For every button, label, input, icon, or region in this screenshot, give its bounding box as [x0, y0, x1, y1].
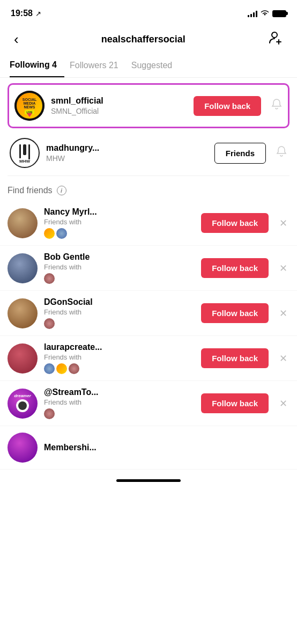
status-bar: 19:58 ↗ — [0, 0, 297, 24]
avatar-nancy — [8, 208, 38, 238]
stream-follow-back-button[interactable]: Follow back — [201, 393, 269, 413]
add-user-button[interactable] — [264, 28, 287, 50]
smnl-user-info: smnl_official SMNL_Official — [51, 96, 187, 115]
laura-name: laurapcreate... — [44, 342, 195, 352]
page-header: ‹ nealschaffersocial — [0, 24, 297, 56]
laura-info: laurapcreate... Friends with — [44, 342, 195, 374]
madhungry-bell-icon[interactable] — [276, 145, 287, 160]
dgon-info: DGonSocial Friends with — [44, 297, 195, 329]
home-indicator-area — [0, 470, 297, 489]
madhungry-username: madhungry... — [46, 143, 208, 153]
nancy-info: Nancy Myrl... Friends with — [44, 207, 195, 239]
info-icon[interactable]: i — [57, 186, 66, 195]
status-icons — [248, 9, 286, 18]
stream-name: @StreamTo... — [44, 387, 195, 397]
laura-mini-avatar-3 — [69, 363, 79, 374]
following-item-smnl: SOCIALMEDIANEWS LIVE smnl_official SMNL_… — [8, 83, 289, 128]
tabs-bar: Following 4 Followers 21 Suggested — [0, 56, 297, 78]
bob-friends-label: Friends with — [44, 263, 195, 271]
signal-bars-icon — [248, 10, 257, 17]
dgon-mini-avatar-1 — [44, 318, 55, 329]
laura-mini-avatar-2 — [56, 363, 67, 374]
smnl-username: smnl_official — [51, 96, 187, 106]
tab-following[interactable]: Following 4 — [10, 56, 64, 77]
avatar-partial — [8, 433, 38, 463]
madhungry-user-info: madhungry... MHW — [46, 143, 208, 163]
laura-mini-avatar-1 — [44, 363, 55, 374]
laura-follow-back-button[interactable]: Follow back — [201, 348, 269, 368]
page-title: nealschaffersocial — [23, 34, 264, 45]
stream-dismiss-button[interactable]: ✕ — [277, 396, 289, 412]
avatar-smnl: SOCIALMEDIANEWS LIVE — [14, 91, 44, 121]
avatar-madhungry: MHW — [10, 138, 40, 168]
bob-info: Bob Gentle Friends with — [44, 252, 195, 284]
dgon-follow-back-button[interactable]: Follow back — [201, 303, 269, 323]
find-friends-label: Find friends — [8, 186, 53, 195]
home-indicator — [116, 479, 181, 482]
svg-point-0 — [272, 32, 277, 38]
suggestion-item-stream: dreamer @StreamTo... Friends with Follow… — [0, 381, 297, 426]
nancy-friend-avatars — [44, 228, 195, 239]
nancy-follow-back-button[interactable]: Follow back — [201, 213, 269, 233]
svg-rect-4 — [19, 144, 21, 152]
partial-info: Membershi... — [44, 443, 289, 452]
smnl-handle: SMNL_Official — [51, 107, 187, 115]
partial-item-membershi: Membershi... — [0, 426, 297, 470]
svg-rect-3 — [23, 144, 26, 155]
suggestion-item-laura: laurapcreate... Friends with Follow back… — [0, 336, 297, 381]
stream-friends-label: Friends with — [44, 398, 195, 406]
suggestion-item-nancy: Nancy Myrl... Friends with Follow back ✕ — [0, 201, 297, 246]
partial-name: Membershi... — [44, 443, 289, 452]
dgon-dismiss-button[interactable]: ✕ — [277, 305, 289, 321]
bob-mini-avatar-1 — [44, 273, 55, 284]
suggestion-item-bob: Bob Gentle Friends with Follow back ✕ — [0, 246, 297, 291]
bob-friend-avatars — [44, 273, 195, 284]
avatar-laura — [8, 343, 38, 374]
laura-friend-avatars — [44, 363, 195, 374]
nancy-name: Nancy Myrl... — [44, 207, 195, 217]
laura-dismiss-button[interactable]: ✕ — [277, 350, 289, 367]
tab-followers[interactable]: Followers 21 — [70, 56, 126, 77]
smnl-follow-back-button[interactable]: Follow back — [194, 96, 261, 116]
nancy-mini-avatar-2 — [56, 228, 67, 239]
laura-friends-label: Friends with — [44, 353, 195, 361]
svg-rect-6 — [28, 144, 30, 159]
following-item-madhungry: MHW madhungry... MHW Friends — [8, 130, 289, 176]
stream-info: @StreamTo... Friends with — [44, 387, 195, 419]
suggestion-item-dgon: DGonSocial Friends with Follow back ✕ — [0, 291, 297, 336]
avatar-dgon — [8, 298, 38, 328]
find-friends-section: Find friends i — [0, 176, 297, 201]
madhungry-handle: MHW — [46, 154, 208, 163]
nancy-dismiss-button[interactable]: ✕ — [277, 215, 289, 231]
madhungry-friends-button[interactable]: Friends — [214, 143, 266, 164]
bob-follow-back-button[interactable]: Follow back — [201, 258, 269, 278]
back-button[interactable]: ‹ — [10, 29, 23, 50]
stream-mini-avatar-1 — [44, 408, 55, 419]
tab-suggested[interactable]: Suggested — [131, 56, 180, 77]
nancy-friends-label: Friends with — [44, 218, 195, 226]
battery-icon — [272, 10, 286, 17]
avatar-stream: dreamer — [8, 389, 38, 419]
svg-rect-5 — [19, 151, 21, 158]
dgon-friend-avatars — [44, 318, 195, 329]
dgon-name: DGonSocial — [44, 297, 195, 307]
following-list: SOCIALMEDIANEWS LIVE smnl_official SMNL_… — [0, 83, 297, 176]
bob-dismiss-button[interactable]: ✕ — [277, 260, 289, 276]
wifi-icon — [261, 9, 269, 18]
bob-name: Bob Gentle — [44, 252, 195, 262]
person-add-icon — [268, 30, 283, 45]
nancy-mini-avatar-1 — [44, 228, 55, 239]
stream-friend-avatars — [44, 408, 195, 419]
location-icon: ↗ — [35, 10, 41, 18]
status-time: 19:58 — [11, 9, 33, 18]
smnl-bell-icon[interactable] — [271, 98, 283, 113]
avatar-bob — [8, 253, 38, 283]
svg-text:MHW: MHW — [19, 159, 30, 164]
dgon-friends-label: Friends with — [44, 308, 195, 316]
